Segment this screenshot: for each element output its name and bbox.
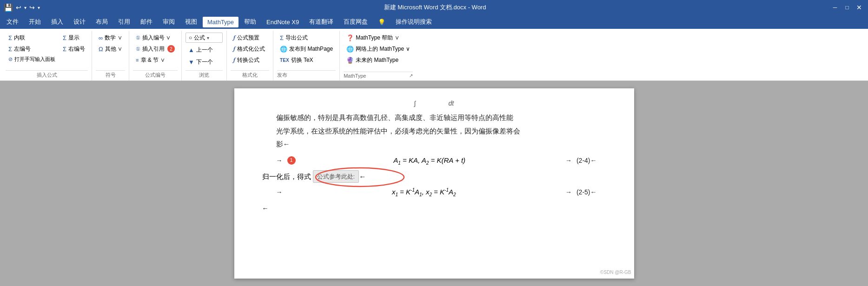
formula-ref-box[interactable]: 公式参考此处: <box>313 170 359 183</box>
sigma-right-icon: Σ <box>63 46 66 53</box>
redo-btn[interactable]: ↪ <box>29 4 35 11</box>
ribbon: Σ 内联 Σ 左编号 ⊘ 打开手写输入面板 Σ 显示 <box>0 29 868 81</box>
omega-icon: Ω <box>99 46 103 53</box>
top-formula: ∫ dt <box>262 98 606 109</box>
menu-home[interactable]: 开始 <box>24 16 46 28</box>
maximize-btn[interactable]: □ <box>842 2 852 13</box>
ribbon-group-format: 𝒇 公式预置 𝒇 格式化公式 𝒇 转换公式 格式化 <box>227 31 273 80</box>
bottom-arrow-row: ← <box>262 203 606 214</box>
prev-label: 上一个 <box>196 46 213 54</box>
export-formula-btn[interactable]: Σ 导出公式 <box>277 33 336 43</box>
formula-preset-btn[interactable]: 𝒇 公式预置 <box>231 33 268 43</box>
ribbon-group-formula-num-label: 公式编号 <box>133 70 178 80</box>
menu-endnote[interactable]: EndNote X9 <box>262 17 304 27</box>
formula-number-2-5: (2-5)← <box>576 186 597 198</box>
ribbon-group-browse-label: 浏览 <box>186 70 223 80</box>
handwrite-label: 打开手写输入面板 <box>14 56 55 63</box>
menu-help[interactable]: 帮助 <box>239 16 261 28</box>
bottom-arrow: ← <box>262 205 269 212</box>
formula-row-2-5: → x1 = K-1A1, x2 = K-1A2 → (2-5)← <box>262 186 606 199</box>
undo-btn[interactable]: ↩ <box>16 4 21 11</box>
mathpage-icon: 🌐 <box>280 46 287 53</box>
tex-icon: TEX <box>280 58 289 63</box>
ribbon-group-formula-num: ① 插入编号 ∨ ① 插入引用 2 ≡ 章 & 节 ∨ 公式编号 <box>129 31 182 80</box>
save-icon[interactable]: 💾 <box>4 3 13 12</box>
step-badge-1: 1 <box>287 156 296 165</box>
insert-num-label: 插入编号 ∨ <box>142 34 171 42</box>
right-num-btn[interactable]: Σ 右编号 <box>60 44 88 54</box>
formula-number-2-4: (2-4)← <box>576 155 597 166</box>
mathtype-future-label: 未来的 MathType <box>356 56 398 64</box>
mathtype-future-btn[interactable]: 🔮 未来的 MathType <box>344 55 412 65</box>
format-formula-btn[interactable]: 𝒇 格式化公式 <box>231 44 268 54</box>
undo-dropdown[interactable]: ▾ <box>24 5 27 10</box>
mathtype-help-btn[interactable]: ❓ MathType 帮助 ∨ <box>344 33 412 43</box>
document-page: ∫ dt 偏振敏感的，特别是具有高数值孔径、高集成度、非近轴运用等特点的高性能 … <box>234 88 634 279</box>
menu-mail[interactable]: 邮件 <box>136 16 157 28</box>
menu-search[interactable]: 操作说明搜索 <box>391 16 437 28</box>
ribbon-group-publish: Σ 导出公式 🌐 发布到 MathPage TEX 切换 TeX 发布 <box>273 31 340 80</box>
top-formula-text: ∫ dt <box>414 100 454 107</box>
menu-references[interactable]: 引用 <box>113 16 135 28</box>
ribbon-group-browse: ○ 公式 ▾ ▲ 上一个 ▼ 下一个 浏览 <box>182 31 227 80</box>
left-num-label: 左编号 <box>14 45 31 53</box>
export-label: 导出公式 <box>285 34 308 42</box>
format-label: 格式化公式 <box>237 45 265 53</box>
menu-view[interactable]: 视图 <box>180 16 202 28</box>
ribbon-col-formula-num: ① 插入编号 ∨ ① 插入引用 2 ≡ 章 & 节 ∨ <box>133 33 178 65</box>
infinity-icon: ∞ <box>99 34 103 41</box>
document-area: ∫ dt 偏振敏感的，特别是具有高数值孔径、高集成度、非近轴运用等特点的高性能 … <box>0 81 868 286</box>
inline-label: 内联 <box>14 34 25 42</box>
next-label: 下一个 <box>196 58 213 66</box>
convert-formula-btn[interactable]: 𝒇 转换公式 <box>231 55 268 65</box>
prev-btn[interactable]: ▲ 上一个 <box>186 45 216 55</box>
formula-2-4-content: A1 = KA, A2 = K(RA + t) <box>298 154 561 167</box>
title-bar-left: 💾 ↩ ▾ ↪ ▾ <box>4 3 40 12</box>
right-num-label: 右编号 <box>68 45 85 53</box>
next-btn[interactable]: ▼ 下一个 <box>186 57 216 67</box>
chapter-section-btn[interactable]: ≡ 章 & 节 ∨ <box>133 55 178 65</box>
ribbon-group-symbols: ∞ 数学 ∨ Ω 其他 ∨ 符号 <box>92 31 129 80</box>
handwrite-btn[interactable]: ⊘ 打开手写输入面板 <box>6 55 58 64</box>
ribbon-col-symbols: ∞ 数学 ∨ Ω 其他 ∨ <box>96 33 125 54</box>
minimize-btn[interactable]: ─ <box>830 2 840 13</box>
ribbon-group-publish-content: Σ 导出公式 🌐 发布到 MathPage TEX 切换 TeX <box>277 31 336 70</box>
ribbon-content: Σ 内联 Σ 左编号 ⊘ 打开手写输入面板 Σ 显示 <box>0 29 868 80</box>
other-symbol-btn[interactable]: Ω 其他 ∨ <box>96 44 125 54</box>
mathtype-online-btn[interactable]: 🌐 网络上的 MathType ∨ <box>344 44 412 54</box>
paragraph-line-1: 偏振敏感的，特别是具有高数值孔径、高集成度、非近轴运用等特点的高性能 <box>262 111 606 125</box>
left-num-btn[interactable]: Σ 左编号 <box>6 44 58 54</box>
menu-design[interactable]: 设计 <box>69 16 90 28</box>
insert-ref-btn[interactable]: ① 插入引用 2 <box>133 44 178 54</box>
dropdown-chevron-icon: ▾ <box>207 35 209 40</box>
sigma-display-icon: Σ <box>63 34 66 41</box>
insert-ref-icon: ① <box>136 46 140 52</box>
prev-icon: ▲ <box>188 47 194 53</box>
menu-youdao[interactable]: 有道翻译 <box>305 16 338 28</box>
math-symbol-btn[interactable]: ∞ 数学 ∨ <box>96 33 125 43</box>
switch-tex-btn[interactable]: TEX 切换 TeX <box>277 55 336 65</box>
publish-mathpage-btn[interactable]: 🌐 发布到 MathPage <box>277 44 336 54</box>
display-label: 显示 <box>68 34 80 42</box>
menu-insert[interactable]: 插入 <box>46 16 68 28</box>
convert-icon: 𝒇 <box>233 56 235 64</box>
formula-row-2-4: → 1 A1 = KA, A2 = K(RA + t) → (2-4)← <box>262 154 606 167</box>
formula-dropdown[interactable]: ○ 公式 ▾ <box>186 33 223 43</box>
menu-layout[interactable]: 布局 <box>91 16 113 28</box>
menu-baidu[interactable]: 百度网盘 <box>339 16 372 28</box>
future-icon: 🔮 <box>346 57 354 64</box>
paragraph-line-3: 影← <box>262 138 606 151</box>
chapter-label: 章 & 节 ∨ <box>141 56 165 64</box>
inline-btn[interactable]: Σ 内联 <box>6 33 58 43</box>
menu-file[interactable]: 文件 <box>2 16 23 28</box>
menu-lightbulb[interactable]: 💡 <box>373 17 390 27</box>
insert-num-btn[interactable]: ① 插入编号 ∨ <box>133 33 178 43</box>
menu-review[interactable]: 审阅 <box>158 16 179 28</box>
ribbon-group-publish-label: 发布 <box>277 70 336 80</box>
menu-mathtype[interactable]: MathType <box>203 17 239 27</box>
title-text: 新建 Microsoft Word 文档.docx - Word <box>40 3 830 12</box>
ribbon-group-mathtype-content: ❓ MathType 帮助 ∨ 🌐 网络上的 MathType ∨ 🔮 未来的 … <box>344 31 412 72</box>
close-btn[interactable]: ✕ <box>854 2 864 13</box>
display-btn[interactable]: Σ 显示 <box>60 33 88 43</box>
formula-2-5-content: x1 = K-1A1, x2 = K-1A2 <box>287 186 561 199</box>
